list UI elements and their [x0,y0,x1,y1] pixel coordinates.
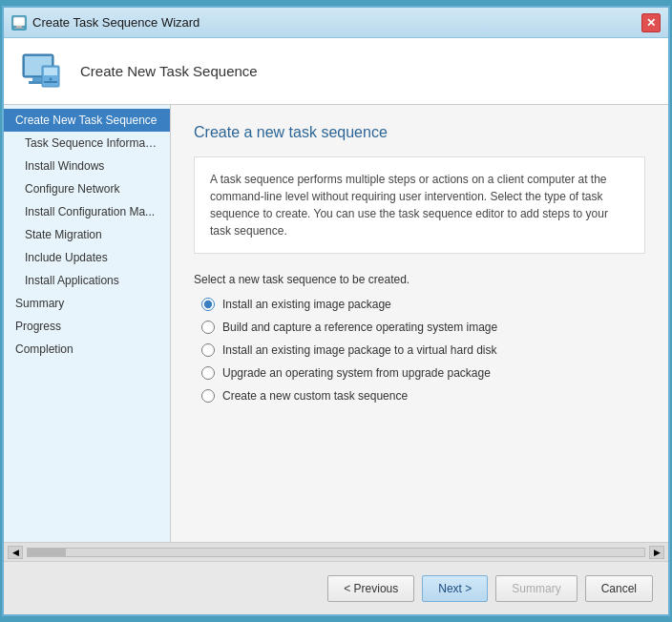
close-button[interactable]: ✕ [641,13,661,32]
sidebar-item-install-config-mgr[interactable]: Install Configuration Ma... [4,200,170,223]
sidebar-item-task-sequence-info[interactable]: Task Sequence Informati... [4,132,170,155]
cancel-button[interactable]: Cancel [585,575,653,602]
scroll-left[interactable]: ◀ [8,546,23,559]
sidebar-item-install-applications[interactable]: Install Applications [4,269,170,292]
radio-input-custom[interactable] [201,389,215,403]
summary-button[interactable]: Summary [495,575,577,602]
radio-label-build-capture: Build and capture a reference operating … [222,321,497,334]
sidebar-item-state-migration[interactable]: State Migration [4,223,170,246]
sidebar-item-completion[interactable]: Completion [4,338,170,361]
svg-rect-10 [44,81,57,83]
header-title: Create New Task Sequence [80,63,258,79]
svg-point-9 [50,77,52,80]
radio-item-custom: Create a new custom task sequence [201,389,645,403]
radio-label-upgrade-os: Upgrade an operating system from upgrade… [222,366,491,380]
next-button[interactable]: Next > [422,575,488,602]
sidebar-item-create-new[interactable]: Create New Task Sequence [4,109,170,132]
title-bar: Create Task Sequence Wizard ✕ [4,8,668,38]
footer: < Previous Next > Summary Cancel [4,561,668,614]
sidebar: Create New Task SequenceTask Sequence In… [4,105,171,542]
svg-rect-1 [16,26,22,28]
radio-item-install-vhd: Install an existing image package to a v… [201,343,645,357]
radio-label-install-vhd: Install an existing image package to a v… [222,343,497,357]
header-icon [19,49,65,94]
previous-button[interactable]: < Previous [327,575,414,602]
sidebar-item-install-windows[interactable]: Install Windows [4,155,170,177]
content-title: Create a new task sequence [194,124,645,141]
radio-input-install-existing[interactable] [201,298,215,311]
radio-item-upgrade-os: Upgrade an operating system from upgrade… [201,366,645,380]
main-window: Create Task Sequence Wizard ✕ Create New… [2,6,670,616]
header-bar: Create New Task Sequence [4,38,668,105]
sidebar-item-configure-network[interactable]: Configure Network [4,177,170,200]
content-area: Create a new task sequence A task sequen… [171,105,668,542]
svg-rect-8 [44,68,57,75]
description-box: A task sequence performs multiple steps … [194,156,645,254]
radio-input-install-vhd[interactable] [201,343,215,357]
radio-input-upgrade-os[interactable] [201,366,215,380]
description-text: A task sequence performs multiple steps … [210,173,608,238]
app-icon [11,15,27,31]
select-label: Select a new task sequence to be created… [194,273,645,286]
scrollbar-area: ◀ ▶ [4,542,668,561]
scroll-right[interactable]: ▶ [649,546,664,559]
sidebar-item-include-updates[interactable]: Include Updates [4,246,170,269]
window-title: Create Task Sequence Wizard [32,15,200,30]
radio-item-build-capture: Build and capture a reference operating … [201,321,645,334]
svg-rect-0 [13,17,25,26]
scroll-track [27,548,645,557]
title-bar-left: Create Task Sequence Wizard [11,15,200,31]
scroll-thumb [28,549,66,556]
sidebar-item-progress[interactable]: Progress [4,315,170,338]
radio-input-build-capture[interactable] [201,321,215,334]
main-content: Create New Task SequenceTask Sequence In… [4,105,668,542]
radio-item-install-existing: Install an existing image package [201,298,645,311]
radio-group: Install an existing image packageBuild a… [194,298,645,403]
svg-rect-2 [14,28,24,29]
radio-label-custom: Create a new custom task sequence [222,389,408,403]
sidebar-item-summary[interactable]: Summary [4,292,170,315]
radio-label-install-existing: Install an existing image package [222,298,391,311]
